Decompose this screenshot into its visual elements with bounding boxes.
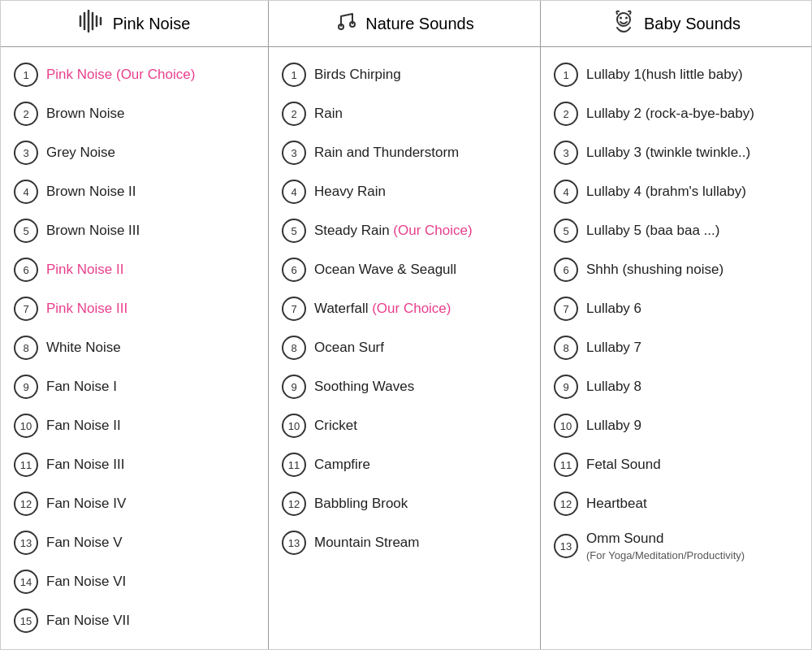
list-item[interactable]: 11Fan Noise III [1,445,268,484]
list-item[interactable]: 2Brown Noise [1,94,268,133]
item-label: Rain [314,105,343,123]
item-label: Ocean Surf [314,339,384,357]
item-label: Fan Noise VI [46,573,126,591]
list-item[interactable]: 4Heavy Rain [269,172,540,211]
list-item[interactable]: 3Lullaby 3 (twinkle twinkle..) [541,133,811,172]
item-number: 13 [554,534,578,558]
list-item[interactable]: 12Fan Noise IV [1,484,268,523]
item-label: Heavy Rain [314,183,386,201]
col-pink-noise: 1Pink Noise (Our Choice)2Brown Noise3Gre… [1,47,269,649]
list-item[interactable]: 12Babbling Brook [269,484,540,523]
list-item[interactable]: 10Cricket [269,406,540,445]
item-label: Cricket [314,417,357,435]
item-number: 4 [14,180,38,204]
item-number: 8 [14,336,38,360]
header: Pink Noise Nature Sounds Baby Sounds [1,1,811,47]
list-item[interactable]: 13Mountain Stream [269,523,540,562]
list-item[interactable]: 1Birds Chirping [269,55,540,94]
item-label: Lullaby 7 [586,339,641,357]
item-number: 14 [14,570,38,594]
list-item[interactable]: 8White Noise [1,328,268,367]
item-number: 7 [14,297,38,321]
item-number: 1 [554,63,578,87]
item-number: 15 [14,609,38,633]
item-label: Campfire [314,456,370,474]
list-item[interactable]: 8Lullaby 7 [541,328,811,367]
list-item[interactable]: 7Lullaby 6 [541,289,811,328]
item-number: 7 [554,297,578,321]
baby-sounds-icon [611,9,636,38]
list-item[interactable]: 15Fan Noise VII [1,601,268,640]
item-number: 9 [282,375,306,399]
item-number: 8 [282,336,306,360]
item-number: 12 [282,492,306,516]
list-item[interactable]: 5Lullaby 5 (baa baa ...) [541,211,811,250]
content: 1Pink Noise (Our Choice)2Brown Noise3Gre… [1,47,811,649]
list-item[interactable]: 10Fan Noise II [1,406,268,445]
item-label: Fan Noise VII [46,612,130,630]
list-item[interactable]: 7Pink Noise III [1,289,268,328]
item-label: Lullaby 8 [586,378,641,396]
item-label: Heartbeat [586,495,647,513]
item-number: 10 [14,414,38,438]
item-label: Ocean Wave & Seagull [314,261,456,279]
header-label-baby-sounds: Baby Sounds [644,15,741,33]
item-label: Birds Chirping [314,66,401,84]
list-item[interactable]: 10Lullaby 9 [541,406,811,445]
item-number: 10 [282,414,306,438]
list-item[interactable]: 4Lullaby 4 (brahm's lullaby) [541,172,811,211]
list-item[interactable]: 8Ocean Surf [269,328,540,367]
item-number: 9 [14,375,38,399]
item-label: Shhh (shushing noise) [586,261,723,279]
item-label: Rain and Thunderstorm [314,144,459,162]
item-label: Fan Noise II [46,417,121,435]
item-label: Pink Noise II [46,261,123,279]
item-label: Lullaby 1(hush little baby) [586,66,743,84]
item-number: 11 [14,453,38,477]
list-item[interactable]: 7Waterfall (Our Choice) [269,289,540,328]
list-item[interactable]: 9Lullaby 8 [541,367,811,406]
item-number: 2 [14,102,38,126]
item-number: 11 [554,453,578,477]
list-item[interactable]: 5Brown Noise III [1,211,268,250]
list-item[interactable]: 1Pink Noise (Our Choice) [1,55,268,94]
list-item[interactable]: 5Steady Rain (Our Choice) [269,211,540,250]
list-item[interactable]: 4Brown Noise II [1,172,268,211]
header-col-nature-sounds: Nature Sounds [269,1,541,46]
list-item[interactable]: 13Fan Noise V [1,523,268,562]
item-label: Lullaby 3 (twinkle twinkle..) [586,144,750,162]
item-number: 5 [282,219,306,243]
item-number: 5 [554,219,578,243]
item-label: Lullaby 5 (baa baa ...) [586,222,719,240]
list-item[interactable]: 9Soothing Waves [269,367,540,406]
item-label: Lullaby 2 (rock-a-bye-baby) [586,105,754,123]
list-item[interactable]: 1Lullaby 1(hush little baby) [541,55,811,94]
list-item[interactable]: 11Campfire [269,445,540,484]
list-item[interactable]: 14Fan Noise VI [1,562,268,601]
list-item[interactable]: 6Shhh (shushing noise) [541,250,811,289]
nature-sounds-icon [335,10,357,37]
list-item[interactable]: 3Grey Noise [1,133,268,172]
item-label: Steady Rain (Our Choice) [314,222,473,240]
item-number: 4 [282,180,306,204]
list-item[interactable]: 9Fan Noise I [1,367,268,406]
list-item[interactable]: 2Lullaby 2 (rock-a-bye-baby) [541,94,811,133]
list-item[interactable]: 13Omm Sound(For Yoga/Meditation/Producti… [541,523,811,570]
svg-point-10 [625,17,628,20]
item-number: 8 [554,336,578,360]
list-item[interactable]: 11Fetal Sound [541,445,811,484]
header-label-nature-sounds: Nature Sounds [365,15,473,33]
item-number: 6 [14,258,38,282]
svg-point-9 [620,17,622,20]
list-item[interactable]: 2Rain [269,94,540,133]
list-item[interactable]: 6Ocean Wave & Seagull [269,250,540,289]
list-item[interactable]: 6Pink Noise II [1,250,268,289]
item-number: 13 [14,531,38,555]
list-item[interactable]: 3Rain and Thunderstorm [269,133,540,172]
list-item[interactable]: 12Heartbeat [541,484,811,523]
item-label: Soothing Waves [314,378,414,396]
item-number: 3 [554,141,578,165]
item-label: Brown Noise II [46,183,136,201]
pink-noise-icon [79,10,105,37]
item-number: 5 [14,219,38,243]
